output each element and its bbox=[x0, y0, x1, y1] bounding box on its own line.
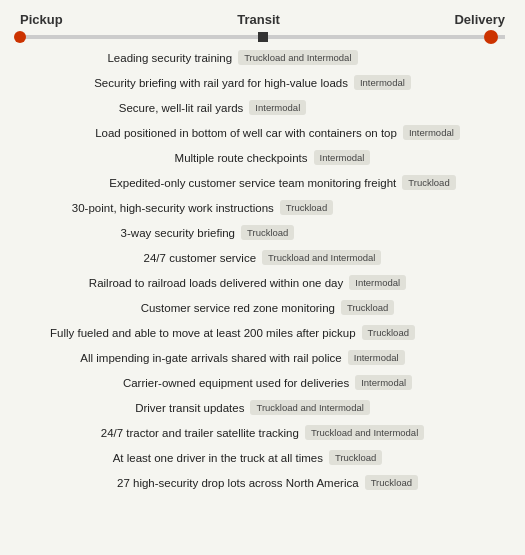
item-text: Security briefing with rail yard for hig… bbox=[94, 77, 348, 89]
delivery-label: Delivery bbox=[454, 12, 505, 27]
item-badge: Truckload and Intermodal bbox=[262, 250, 381, 265]
list-item: 24/7 tractor and trailer satellite track… bbox=[10, 422, 515, 443]
item-badge: Intermodal bbox=[403, 125, 460, 140]
list-item: Secure, well-lit rail yardsIntermodal bbox=[0, 97, 515, 118]
list-item: All impending in-gate arrivals shared wi… bbox=[0, 347, 515, 368]
item-text: 24/7 customer service bbox=[144, 252, 257, 264]
item-text: Expedited-only customer service team mon… bbox=[109, 177, 396, 189]
item-text: Load positioned in bottom of well car wi… bbox=[95, 127, 397, 139]
item-badge: Truckload bbox=[329, 450, 382, 465]
list-item: Carrier-owned equipment used for deliver… bbox=[20, 372, 515, 393]
item-badge: Truckload bbox=[341, 300, 394, 315]
dot-right bbox=[484, 30, 498, 44]
item-text: 30-point, high-security work instruction… bbox=[72, 202, 274, 214]
item-text: Carrier-owned equipment used for deliver… bbox=[123, 377, 349, 389]
item-badge: Intermodal bbox=[314, 150, 371, 165]
item-text: 27 high-security drop lots across North … bbox=[117, 477, 359, 489]
item-text: 24/7 tractor and trailer satellite track… bbox=[101, 427, 299, 439]
item-badge: Truckload and Intermodal bbox=[305, 425, 424, 440]
item-text: Multiple route checkpoints bbox=[175, 152, 308, 164]
dot-middle bbox=[258, 32, 268, 42]
item-badge: Intermodal bbox=[354, 75, 411, 90]
item-text: Fully fueled and able to move at least 2… bbox=[50, 327, 356, 339]
timeline-bar bbox=[20, 35, 505, 39]
list-item: 24/7 customer serviceTruckload and Inter… bbox=[10, 247, 515, 268]
pickup-label: Pickup bbox=[20, 12, 63, 27]
item-text: Railroad to railroad loads delivered wit… bbox=[89, 277, 343, 289]
item-badge: Intermodal bbox=[249, 100, 306, 115]
list-item: Expedited-only customer service team mon… bbox=[50, 172, 515, 193]
list-item: Railroad to railroad loads delivered wit… bbox=[0, 272, 515, 293]
list-item: Security briefing with rail yard for hig… bbox=[0, 72, 515, 93]
item-badge: Truckload and Intermodal bbox=[238, 50, 357, 65]
list-item: Load positioned in bottom of well car wi… bbox=[40, 122, 515, 143]
item-text: Driver transit updates bbox=[135, 402, 244, 414]
list-item: 30-point, high-security work instruction… bbox=[0, 197, 515, 218]
list-item: Driver transit updatesTruckload and Inte… bbox=[0, 397, 515, 418]
list-item: Leading security trainingTruckload and I… bbox=[0, 47, 515, 68]
list-item: Multiple route checkpointsIntermodal bbox=[30, 147, 515, 168]
item-text: Leading security training bbox=[107, 52, 232, 64]
item-badge: Truckload bbox=[280, 200, 333, 215]
items-container: Leading security trainingTruckload and I… bbox=[0, 39, 525, 503]
header: Pickup Transit Delivery bbox=[0, 0, 525, 35]
item-text: Customer service red zone monitoring bbox=[141, 302, 335, 314]
dot-left bbox=[14, 31, 26, 43]
item-text: All impending in-gate arrivals shared wi… bbox=[80, 352, 341, 364]
item-badge: Truckload bbox=[402, 175, 455, 190]
item-text: Secure, well-lit rail yards bbox=[119, 102, 244, 114]
list-item: Fully fueled and able to move at least 2… bbox=[0, 322, 515, 343]
list-item: Customer service red zone monitoringTruc… bbox=[20, 297, 515, 318]
item-badge: Truckload bbox=[362, 325, 415, 340]
item-badge: Truckload bbox=[365, 475, 418, 490]
item-badge: Intermodal bbox=[348, 350, 405, 365]
item-text: At least one driver in the truck at all … bbox=[113, 452, 323, 464]
item-text: 3-way security briefing bbox=[121, 227, 235, 239]
transit-label: Transit bbox=[237, 12, 280, 27]
list-item: 27 high-security drop lots across North … bbox=[20, 472, 515, 493]
list-item: 3-way security briefingTruckload bbox=[0, 222, 515, 243]
list-item: At least one driver in the truck at all … bbox=[0, 447, 515, 468]
item-badge: Truckload bbox=[241, 225, 294, 240]
item-badge: Truckload and Intermodal bbox=[250, 400, 369, 415]
item-badge: Intermodal bbox=[355, 375, 412, 390]
item-badge: Intermodal bbox=[349, 275, 406, 290]
